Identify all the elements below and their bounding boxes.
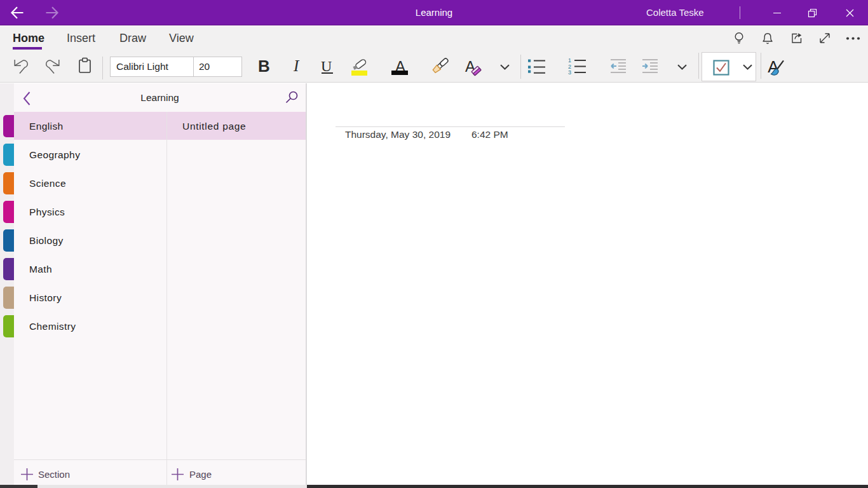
svg-text:3: 3 xyxy=(568,69,571,75)
svg-text:1: 1 xyxy=(568,57,571,64)
svg-text:2: 2 xyxy=(568,64,571,70)
